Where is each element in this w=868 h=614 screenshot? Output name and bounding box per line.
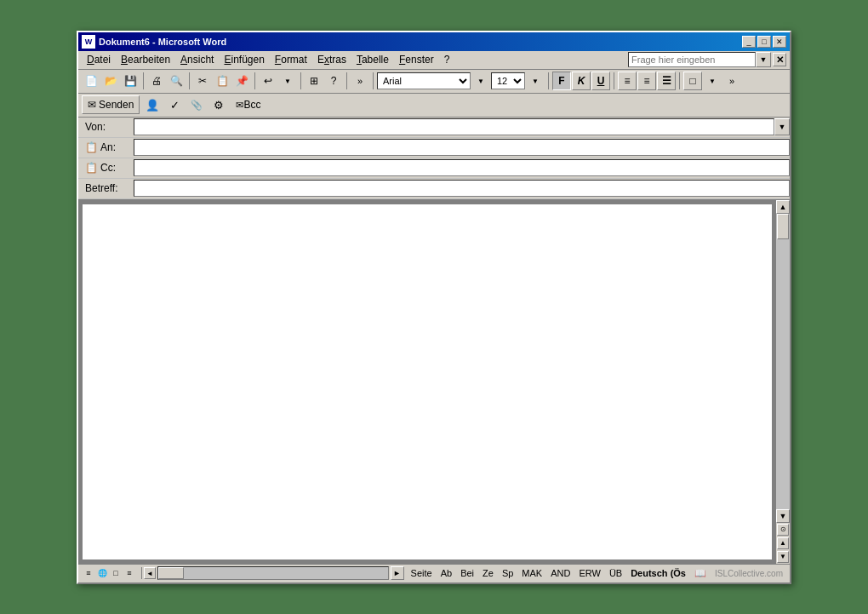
von-dropdown-button[interactable]: ▼ bbox=[774, 118, 790, 135]
normal-view-button[interactable]: ≡ bbox=[82, 566, 95, 580]
send-button[interactable]: ✉ Senden bbox=[82, 95, 140, 114]
horizontal-scrollbar[interactable] bbox=[157, 566, 389, 580]
bcc-button[interactable]: ✉ Bcc bbox=[231, 95, 265, 114]
help-dropdown-button[interactable]: ▼ bbox=[756, 52, 771, 67]
open-button[interactable]: 📂 bbox=[101, 72, 120, 90]
border-dropdown-button[interactable]: ▼ bbox=[703, 72, 722, 90]
toolbar-separator-7 bbox=[548, 72, 549, 89]
menu-extras[interactable]: Extras bbox=[312, 52, 351, 67]
watermark: ISLCollective.com bbox=[715, 569, 783, 578]
size-selector[interactable]: 12 bbox=[491, 72, 525, 89]
status-ab: Ab bbox=[441, 568, 452, 578]
betreff-row: Betreff: bbox=[78, 179, 790, 199]
hscroll-thumb[interactable] bbox=[158, 567, 184, 579]
options-button[interactable]: ⚙ bbox=[209, 95, 228, 114]
scroll-track-v[interactable] bbox=[776, 214, 790, 509]
align-center-button[interactable]: ≡ bbox=[637, 72, 656, 90]
status-erw: ERW bbox=[579, 568, 600, 578]
help-button[interactable]: ? bbox=[324, 72, 343, 90]
list-button[interactable]: ☰ bbox=[657, 72, 676, 90]
toolbar-separator-4 bbox=[300, 72, 301, 89]
status-mak: MAK bbox=[522, 568, 542, 578]
menu-fenster[interactable]: Fenster bbox=[394, 52, 439, 67]
status-ub: ÜB bbox=[609, 568, 622, 578]
undo-button[interactable]: ↩ bbox=[259, 72, 277, 90]
betreff-label: Betreff: bbox=[78, 182, 134, 194]
print-button[interactable]: 🖨 bbox=[147, 72, 166, 90]
cc-input[interactable] bbox=[134, 159, 790, 176]
app-icon: W bbox=[82, 35, 95, 49]
insert-table-button[interactable]: ⊞ bbox=[305, 72, 323, 90]
menu-format[interactable]: Format bbox=[270, 52, 312, 67]
next-object-button[interactable]: ▼ bbox=[777, 551, 789, 563]
address-book-button[interactable]: 👤 bbox=[143, 95, 162, 114]
window-title: Dokument6 - Microsoft Word bbox=[99, 37, 742, 47]
font-dropdown-button[interactable]: ▼ bbox=[471, 72, 490, 90]
save-button[interactable]: 💾 bbox=[121, 72, 140, 90]
help-close-button[interactable]: ✕ bbox=[773, 53, 786, 66]
menu-datei[interactable]: Datei bbox=[82, 52, 116, 67]
print-view-button[interactable]: □ bbox=[109, 566, 123, 580]
toolbar-separator-1 bbox=[143, 72, 144, 89]
cut-button[interactable]: ✂ bbox=[193, 72, 212, 90]
scroll-up-button[interactable]: ▲ bbox=[776, 200, 790, 214]
help-search-box: ▼ ✕ bbox=[628, 52, 786, 67]
cc-label: 📋 Cc: bbox=[78, 162, 134, 174]
align-left-button[interactable]: ≡ bbox=[618, 72, 637, 90]
menu-tabelle[interactable]: Tabelle bbox=[351, 52, 394, 67]
scroll-thumb-v[interactable] bbox=[777, 214, 789, 239]
undo-dropdown[interactable]: ▼ bbox=[278, 72, 297, 90]
border-button[interactable]: □ bbox=[683, 72, 702, 90]
bold-button[interactable]: F bbox=[552, 72, 571, 90]
outline-view-button[interactable]: ≡ bbox=[123, 566, 136, 580]
status-language: Deutsch (Ös bbox=[631, 568, 686, 578]
attach-button[interactable]: 📎 bbox=[187, 95, 206, 114]
statusbar-separator bbox=[141, 567, 142, 579]
paste-button[interactable]: 📌 bbox=[232, 72, 251, 90]
an-input[interactable] bbox=[134, 139, 790, 156]
von-input[interactable] bbox=[134, 118, 774, 135]
status-sp: Sp bbox=[502, 568, 513, 578]
underline-button[interactable]: U bbox=[591, 72, 610, 90]
status-items: Seite Ab Bei Ze Sp MAK AND ERW ÜB Deutsc… bbox=[404, 568, 790, 579]
hscroll-left-button[interactable]: ◄ bbox=[144, 567, 156, 579]
hscroll-right-button[interactable]: ► bbox=[391, 566, 404, 580]
web-view-button[interactable]: 🌐 bbox=[95, 566, 109, 580]
select-browse-object-button[interactable]: ⊙ bbox=[777, 524, 789, 536]
new-button[interactable]: 📄 bbox=[82, 72, 100, 90]
scroll-down-button[interactable]: ▼ bbox=[776, 509, 790, 523]
italic-button[interactable]: K bbox=[572, 72, 591, 90]
toolbar-separator-9 bbox=[679, 72, 680, 89]
help-search-input[interactable] bbox=[628, 52, 756, 67]
menu-bearbeiten[interactable]: Bearbeiten bbox=[116, 52, 175, 67]
menu-ansicht[interactable]: Ansicht bbox=[175, 52, 219, 67]
size-dropdown-button[interactable]: ▼ bbox=[526, 72, 545, 90]
document-area: ▲ ▼ ⊙ ▲ ▼ bbox=[78, 200, 790, 564]
more-button-1[interactable]: » bbox=[351, 72, 369, 90]
toolbar-separator-5 bbox=[346, 72, 347, 89]
status-ze: Ze bbox=[483, 568, 494, 578]
email-toolbar: ✉ Senden 👤 ✓ 📎 ⚙ ✉ Bcc bbox=[78, 94, 790, 118]
betreff-input[interactable] bbox=[134, 180, 790, 197]
toolbar-separator-2 bbox=[189, 72, 190, 89]
cc-icon: 📋 bbox=[85, 162, 98, 174]
check-names-button[interactable]: ✓ bbox=[165, 95, 184, 114]
document-page[interactable] bbox=[83, 204, 772, 559]
preview-button[interactable]: 🔍 bbox=[167, 72, 186, 90]
main-toolbar: 📄 📂 💾 🖨 🔍 ✂ 📋 📌 ↩ ▼ ⊞ ? » Arial ▼ 12 ▼ F… bbox=[78, 70, 790, 94]
von-row: Von: ▼ bbox=[78, 118, 790, 138]
minimize-button[interactable]: _ bbox=[742, 36, 756, 48]
more-button-2[interactable]: » bbox=[722, 72, 741, 90]
toolbar-separator-3 bbox=[254, 72, 255, 89]
maximize-button[interactable]: □ bbox=[757, 36, 771, 48]
main-window: W Dokument6 - Microsoft Word _ □ ✕ Datei… bbox=[77, 31, 791, 584]
an-row: 📋 An: bbox=[78, 138, 790, 158]
send-icon: ✉ bbox=[88, 99, 96, 111]
close-button[interactable]: ✕ bbox=[773, 36, 786, 48]
menu-help[interactable]: ? bbox=[439, 52, 455, 67]
prev-object-button[interactable]: ▲ bbox=[777, 537, 789, 549]
menu-einfuegen[interactable]: Einfügen bbox=[219, 52, 269, 67]
envelope-icon: ✉ bbox=[236, 100, 243, 111]
font-selector[interactable]: Arial bbox=[377, 72, 471, 89]
copy-button[interactable]: 📋 bbox=[213, 72, 231, 90]
